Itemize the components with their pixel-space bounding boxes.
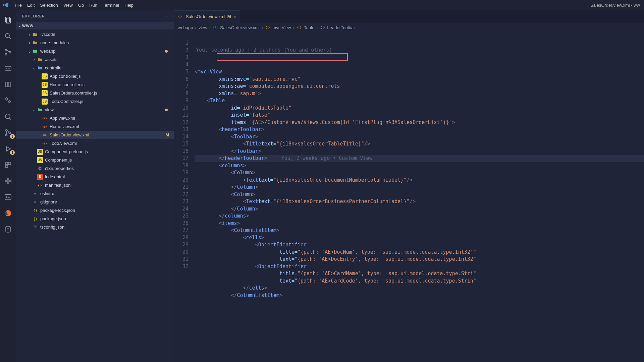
tree-file[interactable]: ⚙i18n.properties [16,164,174,173]
menu-file[interactable]: File [12,1,24,9]
breadcrumb[interactable]: webapp›view›</>SalesOrder.view.xml›mvc:V… [174,23,644,32]
code-line[interactable]: <Title text="{i18n>salesOrderTableTitle}… [195,140,644,148]
explorer-sidebar: EXPLORER ··· ⌄ WWW ›.vscode›node_modules… [16,10,174,362]
code-line[interactable]: </cells> [195,285,644,292]
line-number: 7 [174,83,189,90]
tree-file[interactable]: JSComponent-preload.js [16,147,174,156]
code-line[interactable]: <Text text="{i18n>salesOrderBusinessPart… [195,198,644,205]
menu-edit[interactable]: Edit [24,1,37,9]
code-line[interactable]: <ObjectIdentifier [195,263,644,270]
code-line[interactable]: inset="false" [195,112,644,119]
file-tree[interactable]: ›.vscode›node_modules⌄webapp›assets⌄cont… [16,29,174,362]
tree-file[interactable]: { }package.json [16,215,174,223]
tree-folder[interactable]: ›assets [16,55,174,64]
tree-file[interactable]: </>App.view.xml [16,114,174,122]
breadcrumb-item[interactable]: Table [304,25,314,30]
code-line[interactable]: text="{path: 'AE>CardCode', type: 'sap.u… [195,278,644,285]
code-line[interactable]: <mvc:View [195,68,644,76]
breadcrumb-item[interactable]: webapp [178,25,193,30]
source-control-activity-icon[interactable]: 3 [0,125,16,141]
explorer-activity-icon[interactable] [0,12,16,28]
sidebar-more-icon[interactable]: ··· [161,13,168,19]
tree-file[interactable]: </>Todo.view.xml [16,139,174,147]
terminal-activity-icon[interactable] [0,189,16,205]
code-line[interactable]: <Column> [195,169,644,177]
menu-terminal[interactable]: Terminal [100,1,122,9]
editor-area: </>SalesOrder.view.xmlM× webapp›view›</>… [174,10,644,362]
tree-file[interactable]: </>Home.view.xml [16,122,174,131]
line-number: 18 [174,162,189,170]
menu-help[interactable]: Help [122,1,136,9]
tree-file[interactable]: 5index.html [16,173,174,181]
code-line[interactable]: xmlns="sap.m"> [195,90,644,98]
code-line[interactable]: text="{path: 'AE>DocEntry', type: 'sap.u… [195,256,644,263]
tree-file[interactable]: { }package-lock.json [16,206,174,215]
code-line[interactable]: <items> [195,220,644,227]
code-line[interactable]: items="{AE>/CustomViews/Views.Custom(Id=… [195,119,644,126]
breadcrumb-item[interactable]: view [199,25,207,30]
editor-tab[interactable]: </>SalesOrder.view.xmlM× [174,10,240,23]
code-line[interactable]: <Column> [195,191,644,198]
menu-view[interactable]: View [61,1,75,9]
tree-file[interactable]: JSApp.controller.js [16,72,174,80]
database-activity-icon[interactable] [0,221,16,237]
code-line[interactable]: title="{path: 'AE>CardName', type: 'sap.… [195,270,644,278]
code-line[interactable]: <headerToolbar> [195,126,644,133]
menu-run[interactable]: Run [87,1,100,9]
code-line[interactable]: <Table [195,97,644,105]
code-line[interactable]: </Toolbar> [195,148,644,155]
run-debug-activity-icon[interactable]: 1 [0,141,16,157]
breadcrumb-item[interactable]: mvc:View [272,25,291,30]
code-line[interactable]: <ObjectIdentifier [195,241,644,249]
grid-activity-icon[interactable] [0,173,16,189]
tree-file[interactable]: ≡eslintrc [16,189,174,198]
menu-go[interactable]: Go [75,1,87,9]
tree-file[interactable]: JSComponent.js [16,156,174,164]
tree-folder[interactable]: ⌄view [16,106,174,114]
tree-folder[interactable]: ›node_modules [16,39,174,47]
firefox-activity-icon[interactable] [0,205,16,221]
code-line[interactable]: <ColumnListItem> [195,227,644,234]
twisty-icon: › [27,32,32,37]
search-activity-icon[interactable] [0,28,16,44]
breadcrumb-item[interactable]: headerToolbar [327,25,355,30]
code-line[interactable]: </columns> [195,213,644,220]
tree-file[interactable]: TStsconfig.json [16,223,174,231]
code-line[interactable]: xmlns:ae="computec.appengine.ui.controls… [195,83,644,90]
tree-folder[interactable]: ›.vscode [16,30,174,39]
code-line[interactable]: </Column> [195,205,644,213]
tree-folder[interactable]: ⌄controller [16,64,174,72]
tree-file[interactable]: </>SalesOrder.view.xmlM [16,131,174,139]
code-line[interactable]: <cells> [195,234,644,242]
scm-activity-icon[interactable] [0,44,16,60]
menu-selection[interactable]: Selection [37,1,60,9]
breadcrumb-separator-icon: › [293,25,294,30]
tree-file[interactable]: JSTodo.Controller.js [16,97,174,106]
code-line[interactable]: </headerToolbar>You, 2 weeks ago • Custo… [195,155,644,162]
vscode-logo-icon [3,2,9,8]
tree-folder[interactable]: ⌄webapp [16,47,174,55]
breadcrumb-item[interactable]: SalesOrder.view.xml [220,25,260,30]
code-line[interactable]: xmlns:mvc="sap.ui.core.mvc" [195,76,644,83]
code-editor[interactable]: 1234567891011121314151617181920212223242… [174,32,644,362]
tree-file[interactable]: JSHome.controller.js [16,80,174,89]
code-line[interactable]: <Toolbar> [195,133,644,141]
tree-file[interactable]: JSSalesOrders.controller.js [16,89,174,97]
code-line[interactable]: <columns> [195,162,644,170]
tree-file[interactable]: ≡gitignore [16,198,174,206]
search-activity-2-icon[interactable] [0,109,16,125]
library-activity-icon[interactable] [0,76,16,93]
code-line[interactable]: title="{path: 'AE>DocNum', type: 'sap.ui… [195,249,644,256]
code-line[interactable]: </Column> [195,184,644,191]
sidebar-root-folder[interactable]: ⌄ WWW [16,22,174,29]
twisty-icon: ⌄ [27,49,32,54]
code-line[interactable]: <Text text="{i18n>salesOrderDocumentNumb… [195,177,644,184]
code-line[interactable]: id="idProductsTable" [195,105,644,112]
extensions-activity-icon[interactable] [0,93,16,109]
api-activity-icon[interactable]: API [0,60,16,76]
code-line[interactable]: </ColumnListItem> [195,292,644,299]
layers-activity-icon[interactable] [0,157,16,173]
code-content[interactable]: You, seconds ago | 2 authors (You and ot… [195,32,644,362]
tree-file[interactable]: { }manifest.json [16,181,174,189]
close-tab-icon[interactable]: × [234,14,236,19]
